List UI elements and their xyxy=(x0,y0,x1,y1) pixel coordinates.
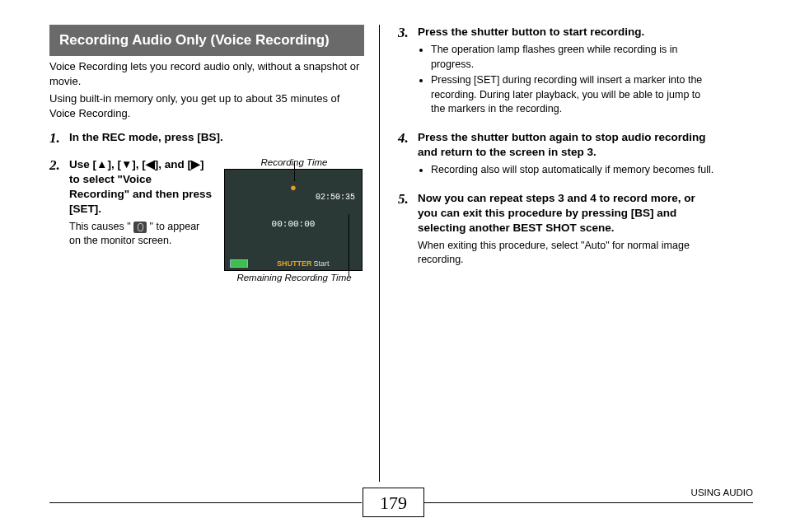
lcd-figure: Recording Time ● 02:50:35 00:00:00 SHUTT… xyxy=(224,157,364,282)
shutter-label: SHUTTER xyxy=(277,259,312,268)
callout-line xyxy=(349,214,349,277)
step-description: This causes " " to appear on the monitor… xyxy=(69,220,212,248)
step-1: 1. In the REC mode, press [BS]. xyxy=(49,130,364,148)
camera-lcd-screen: ● 02:50:35 00:00:00 SHUTTER Start xyxy=(224,169,363,271)
callout-line xyxy=(294,163,295,181)
microphone-icon xyxy=(133,222,147,233)
manual-page: Recording Audio Only (Voice Recording) V… xyxy=(0,0,786,532)
section-heading: Recording Audio Only (Voice Recording) xyxy=(49,25,364,56)
battery-icon xyxy=(230,259,248,268)
start-label: Start xyxy=(314,259,330,268)
intro-paragraph-1: Voice Recording lets you record audio on… xyxy=(49,59,364,88)
step-2: 2. Use [▲], [▼], [◀], and [▶] to select … xyxy=(49,157,364,282)
lcd-bottom-bar: SHUTTER Start xyxy=(225,257,362,270)
text: ], and [ xyxy=(155,158,191,170)
remaining-time-display: 02:50:35 xyxy=(316,193,355,202)
step-number: 1. xyxy=(49,130,69,148)
step-number: 2. xyxy=(49,157,69,282)
text: Use [ xyxy=(69,158,96,170)
list-item: Pressing [SET] during recording will ins… xyxy=(431,73,718,117)
two-column-layout: Recording Audio Only (Voice Recording) V… xyxy=(49,25,753,482)
step-description: When exiting this procedure, select "Aut… xyxy=(418,239,718,267)
step-title: Now you can repeat steps 3 and 4 to reco… xyxy=(418,191,718,236)
list-item: Recording also will stop automatically i… xyxy=(431,163,718,178)
right-column: 3. Press the shutter button to start rec… xyxy=(380,25,718,482)
footer-rule xyxy=(49,502,362,503)
step-number: 4. xyxy=(398,130,418,180)
footer-section-label: USING AUDIO xyxy=(691,488,753,497)
left-column: Recording Audio Only (Voice Recording) V… xyxy=(49,25,379,482)
intro-paragraph-2: Using built-in memory only, you get up t… xyxy=(49,91,364,120)
step-title: Press the shutter button again to stop a… xyxy=(418,130,718,160)
text: This causes " xyxy=(69,221,133,232)
step-3: 3. Press the shutter button to start rec… xyxy=(398,25,718,119)
right-arrow-icon: ▶ xyxy=(191,157,200,172)
bullet-list: The operation lamp flashes green while r… xyxy=(418,43,718,117)
up-arrow-icon: ▲ xyxy=(96,157,107,172)
step-title: Press the shutter button to start record… xyxy=(418,25,718,40)
bullet-list: Recording also will stop automatically i… xyxy=(418,163,718,178)
elapsed-time-display: 00:00:00 xyxy=(225,219,362,229)
step-title: In the REC mode, press [BS]. xyxy=(69,130,364,145)
down-arrow-icon: ▼ xyxy=(121,157,132,172)
step-5: 5. Now you can repeat steps 3 and 4 to r… xyxy=(398,191,718,267)
page-footer: USING AUDIO 179 xyxy=(0,488,786,520)
mic-icon: ● xyxy=(290,181,298,194)
step-number: 3. xyxy=(398,25,418,119)
page-number: 179 xyxy=(363,488,424,517)
step-title: Use [▲], [▼], [◀], and [▶] to select "Vo… xyxy=(69,157,212,217)
text: ], [ xyxy=(132,158,146,170)
step-4: 4. Press the shutter button again to sto… xyxy=(398,130,718,180)
figure-label-bottom: Remaining Recording Time xyxy=(224,273,364,282)
text: ], [ xyxy=(107,158,121,170)
list-item: The operation lamp flashes green while r… xyxy=(431,43,718,72)
footer-rule xyxy=(424,502,753,503)
step-number: 5. xyxy=(398,191,418,267)
left-arrow-icon: ◀ xyxy=(146,157,155,172)
